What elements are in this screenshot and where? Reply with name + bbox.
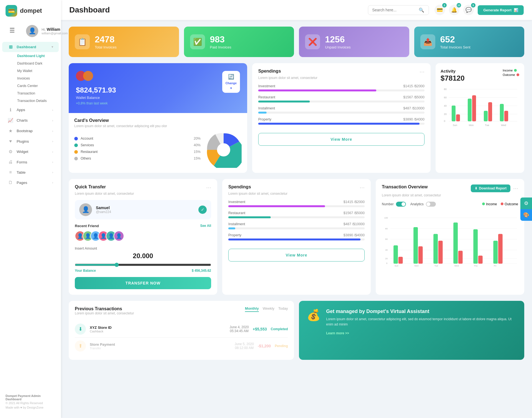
submenu-transaction[interactable]: Transaction [14,90,61,97]
pt-status-2: Pending [275,344,288,348]
search-input[interactable] [372,8,416,12]
hamburger-icon[interactable]: ☰ [4,22,21,39]
income-dot [514,69,517,72]
svg-text:40: 40 [444,104,447,107]
amount-slider[interactable] [75,263,211,267]
sidebar-item-dashboard[interactable]: ⊞ Dashboard ▾ [2,42,59,52]
dashboard-submenu: Dashboard Light Dashboard Dark My Wallet… [0,52,61,104]
svg-text:60: 60 [385,238,388,240]
pt-title: Previous Transactions [75,306,134,311]
refresh-icon: 🔄 [228,74,234,80]
friend-avatars: 👤 👤 👤 👤 👤 👤 [75,231,211,241]
balance-label: Your Balance [75,269,96,273]
dot-others [74,157,78,160]
see-all-link[interactable]: See All [200,224,211,228]
qt-desc: Lorem ipsum dolor sit amet, consectetur [75,192,211,196]
stat-label-unpaid: Unpaid Invoices [325,45,351,49]
stat-number-paid: 983 [210,34,231,45]
transfer-now-button[interactable]: TRANSFER NOW [75,277,211,289]
svg-text:80: 80 [385,227,388,230]
sidebar-item-label: Pages [17,181,27,185]
svg-rect-40 [438,241,443,264]
pages-icon: 🗋 [8,180,13,185]
spendings-desc: Lorem ipsum dolor sit amet, consectetur [258,76,424,80]
svg-rect-12 [456,114,460,121]
activity-amount: $78120 [441,74,465,83]
svg-text:0: 0 [444,120,445,122]
svg-text:Mon: Mon [415,265,419,267]
analytics-toggle[interactable] [426,202,436,207]
bell-badge: 12 [457,3,461,7]
spending-b-item-investment: Investment $1415 /$2000 [228,200,365,207]
spending-item-investment: Investment $1415 /$2000 [258,84,424,91]
footer-copy: © 2021 All Rights Reserved [6,401,55,405]
sidebar-item-bootstrap[interactable]: ★ Bootstrap › [2,126,59,136]
wallet-icon-badge[interactable]: 💳 2 [434,5,445,15]
chat-icon-badge[interactable]: 💬 5 [463,5,474,15]
sidebar-item-table[interactable]: ≡ Table › [2,167,59,177]
color-float-button[interactable]: 🎨 [520,209,532,221]
svg-rect-11 [452,106,456,121]
pt-tab-weekly[interactable]: Weekly [263,306,274,312]
sidebar-footer: Dompet Payment Admin Dashboard © 2021 Al… [0,391,61,412]
pt-status: Completed [271,327,288,331]
stat-card-total-invoices: 📋 2478 Total Invoices [69,27,179,57]
spending-item-property: Property $3890 /$4000 [258,117,424,125]
svg-rect-46 [498,234,503,264]
submenu-dashboard-light[interactable]: Dashboard Light [14,52,61,60]
stat-number-sent: 652 [440,34,470,45]
user-email: william@gmail.com [42,32,68,35]
middle-row: $824,571.93 Wallet Balance +0,8% than la… [69,63,524,173]
view-more-b-button[interactable]: View More [228,249,365,261]
sidebar-item-pages[interactable]: 🗋 Pages › [2,178,59,188]
forms-icon: 🖨 [8,160,13,165]
wallet-change-button[interactable]: 🔄 Change ▾ [222,71,240,93]
main-content: Dashboard 🔍 💳 2 🔔 12 💬 5 Generate Report… [61,0,532,418]
qt-check-icon: ✓ [198,206,207,214]
wallet-amount: $824,571.93 [76,86,218,94]
va-learn-more-link[interactable]: Learn more >> [326,331,349,335]
legend-item-others: Others 15% [74,157,201,160]
sidebar-item-forms[interactable]: 🖨 Forms › [2,157,59,167]
to-menu-button[interactable]: ⋯ [513,185,518,191]
qt-menu-button[interactable]: ⋯ [206,184,211,191]
sidebar-item-widget[interactable]: ⚙ Widget › [2,147,59,157]
submenu-dashboard-dark[interactable]: Dashboard Dark [14,60,61,67]
sent-icon: 📤 [420,34,435,49]
dot-account [74,137,78,140]
download-report-button[interactable]: ⬇ Download Report [471,184,510,192]
gear-icon: ⚙ [8,149,13,154]
sidebar-item-charts[interactable]: 📈 Charts › [2,115,59,125]
svg-rect-36 [398,257,403,264]
bell-icon-badge[interactable]: 🔔 12 [449,5,459,15]
pt-tab-monthly[interactable]: Monthly [245,306,259,312]
amount-display: 20.000 [75,252,211,260]
generate-report-button[interactable]: Generate Report 📊 [478,5,524,15]
pt-tab-today[interactable]: Today [278,306,288,312]
settings-float-button[interactable]: ⚙ [520,198,532,209]
activity-bar-chart: 80 60 40 20 0 [441,86,519,130]
chevron-right-icon: › [52,150,53,153]
spending-bar-investment [258,89,376,91]
sidebar-item-apps[interactable]: ℹ Apps › [2,105,59,115]
sidebar-item-plugins[interactable]: ♥ Plugins › [2,136,59,146]
va-title: Get managed by Dompet's Virtual Assistan… [326,309,516,314]
spendings-b-menu-button[interactable]: ⋯ [360,184,365,191]
qt-user-handle: @sam224 [96,210,111,214]
friend-avatar-6[interactable]: 👤 [114,231,124,241]
submenu-transaction-details[interactable]: Transaction Details [14,97,61,104]
submenu-cards-center[interactable]: Cards Center [14,82,61,89]
chevron-down-icon: ▾ [230,86,232,90]
svg-text:Tue: Tue [434,265,438,267]
number-toggle[interactable] [396,202,406,207]
logo-icon: 💳 [6,5,17,17]
submenu-my-wallet[interactable]: My Wallet [14,67,61,75]
wallet-change: +0,8% than last week [76,101,218,105]
card-overview-widget: $824,571.93 Wallet Balance +0,8% than la… [69,63,247,173]
submenu-invoices[interactable]: Invoices [14,75,61,82]
income-legend-dot [482,202,485,205]
view-more-button[interactable]: View More [258,133,424,146]
spendings-menu-button[interactable]: ⋯ [420,69,424,75]
svg-text:Wed: Wed [454,265,459,267]
balance-value: $ 456,345.62 [192,269,211,273]
